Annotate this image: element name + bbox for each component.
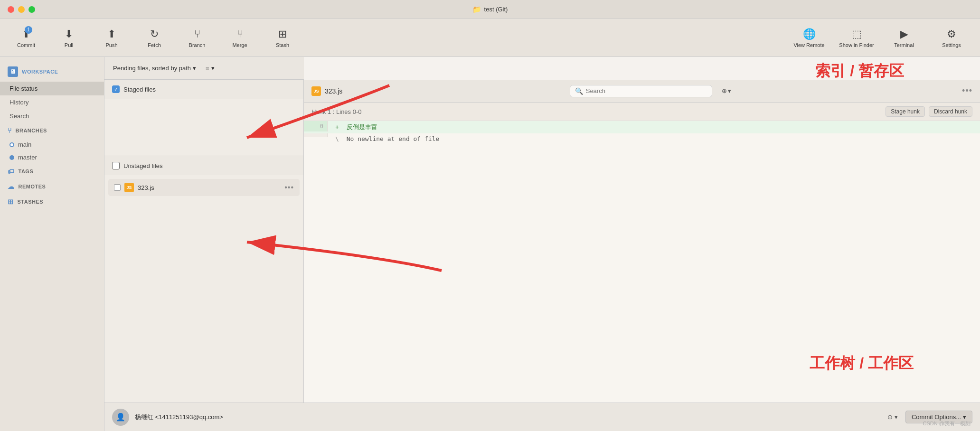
hunk-label: Hunk 1 : Lines 0-0 bbox=[311, 108, 362, 115]
file-panel-header: Pending files, sorted by path ▾ ≡ ▾ bbox=[104, 57, 304, 80]
branch-dot-master bbox=[9, 155, 14, 160]
commit-icon: ⬆ 1 bbox=[22, 28, 30, 40]
branch-label: Branch bbox=[189, 42, 206, 48]
stashes-icon: ⊞ bbox=[8, 198, 14, 206]
filter-dropdown[interactable]: Pending files, sorted by path ▾ bbox=[110, 63, 199, 74]
push-icon: ⬆ bbox=[107, 28, 116, 40]
file-checkbox-323js[interactable] bbox=[114, 184, 121, 191]
merge-button[interactable]: ⑂ Merge bbox=[218, 21, 261, 55]
more-options-button[interactable]: ⊕ ▾ bbox=[718, 85, 735, 96]
diff-line-neutral: \ No newline at end of file bbox=[304, 133, 980, 144]
chevron-down-icon-5: ▾ bbox=[963, 413, 966, 421]
tags-section: 🏷 TAGS bbox=[0, 164, 104, 179]
more-icon: ⊕ bbox=[722, 87, 727, 94]
maximize-button[interactable] bbox=[28, 6, 35, 13]
push-label: Push bbox=[105, 42, 117, 48]
stashes-section: ⊞ STASHES bbox=[0, 194, 104, 209]
search-icon: 🔍 bbox=[575, 87, 583, 95]
minimize-button[interactable] bbox=[18, 6, 25, 13]
file-row-323js[interactable]: JS 323.js ••• bbox=[108, 179, 300, 196]
filter-label: Pending files, sorted by path bbox=[113, 65, 191, 72]
folder-icon: 📁 bbox=[472, 5, 481, 14]
sidebar-item-history[interactable]: History bbox=[0, 95, 104, 109]
history-label: History bbox=[9, 99, 28, 106]
staged-section: ✓ Staged files bbox=[104, 80, 303, 156]
merge-icon: ⑂ bbox=[237, 28, 243, 40]
workspace-icon: 🖥 bbox=[8, 66, 18, 77]
diff-neutral-content: \ No newline at end of file bbox=[328, 133, 980, 144]
unstaged-content: JS 323.js ••• bbox=[104, 175, 303, 200]
unstaged-files-label: Unstaged files bbox=[123, 162, 162, 169]
diff-js-icon: JS bbox=[311, 86, 321, 96]
sidebar: 🖥 WORKSPACE File status History Search ⑂… bbox=[0, 57, 104, 431]
terminal-button[interactable]: ▶ Terminal bbox=[880, 21, 928, 55]
sidebar-item-file-status[interactable]: File status bbox=[0, 82, 104, 95]
diff-filename: 323.js bbox=[325, 87, 342, 95]
staged-header: ✓ Staged files bbox=[104, 80, 303, 99]
diff-header-right: 🔍 ⊕ ▾ bbox=[570, 85, 735, 97]
diff-content: 0 + 反倒是丰富 \ No newline at end of file bbox=[304, 121, 980, 403]
no-newline-text: No newline at end of file bbox=[347, 135, 440, 142]
settings-button[interactable]: ⚙ Settings bbox=[928, 21, 975, 55]
sidebar-branch-master[interactable]: master bbox=[0, 151, 104, 164]
content-area: Pending files, sorted by path ▾ ≡ ▾ ✓ St… bbox=[104, 57, 980, 431]
commit-label: Commit bbox=[17, 42, 35, 48]
branch-button[interactable]: ⑂ Branch bbox=[176, 21, 218, 55]
sort-dropdown[interactable]: ≡ ▾ bbox=[203, 63, 217, 74]
backslash-symbol: \ bbox=[335, 135, 339, 142]
workspace-section: 🖥 WORKSPACE bbox=[0, 62, 104, 82]
tags-label: TAGS bbox=[19, 169, 34, 174]
toolbar: ⬆ 1 Commit ⬇ Pull ⬆ Push ↻ Fetch ⑂ Branc… bbox=[0, 19, 980, 57]
add-symbol: + bbox=[335, 123, 339, 131]
show-in-finder-button[interactable]: ⬚ Show in Finder bbox=[833, 21, 880, 55]
stash-button[interactable]: ⊞ Stash bbox=[261, 21, 304, 55]
add-text: 反倒是丰富 bbox=[347, 123, 377, 131]
window-controls[interactable] bbox=[8, 6, 35, 13]
view-remote-icon: 🌐 bbox=[803, 28, 816, 40]
hunk-actions: Stage hunk Discard hunk bbox=[886, 106, 972, 117]
panels: ✓ Staged files Unstaged files JS 3 bbox=[104, 80, 980, 403]
diff-file-info: JS 323.js bbox=[311, 86, 342, 96]
show-in-finder-label: Show in Finder bbox=[839, 42, 874, 48]
discard-hunk-button[interactable]: Discard hunk bbox=[929, 106, 972, 117]
branch-icon: ⑂ bbox=[194, 28, 200, 40]
pull-button[interactable]: ⬇ Pull bbox=[47, 21, 90, 55]
chevron-down-icon-3: ▾ bbox=[728, 87, 731, 94]
chevron-down-icon-2: ▾ bbox=[211, 65, 215, 72]
remotes-section: ☁ REMOTES bbox=[0, 179, 104, 194]
push-button[interactable]: ⬆ Push bbox=[90, 21, 133, 55]
file-status-label: File status bbox=[9, 85, 38, 92]
hunk-header: Hunk 1 : Lines 0-0 Stage hunk Discard hu… bbox=[304, 103, 980, 121]
line-number: 0 bbox=[304, 121, 328, 131]
window-title: 📁 test (Git) bbox=[472, 5, 508, 14]
js-file-icon: JS bbox=[124, 183, 134, 192]
branches-icon: ⑂ bbox=[8, 127, 12, 134]
avatar: 👤 bbox=[112, 409, 129, 426]
sidebar-branch-main[interactable]: main bbox=[0, 138, 104, 151]
file-dots[interactable]: ••• bbox=[284, 183, 294, 192]
commit-time-button[interactable]: ⊙ ▾ bbox=[884, 412, 902, 422]
search-input[interactable] bbox=[586, 87, 707, 94]
search-bar[interactable]: 🔍 bbox=[570, 85, 712, 97]
stage-hunk-button[interactable]: Stage hunk bbox=[886, 106, 925, 117]
search-sidebar-label: Search bbox=[9, 112, 29, 120]
tags-icon: 🏷 bbox=[8, 168, 15, 175]
diff-add-content: + 反倒是丰富 bbox=[328, 121, 980, 133]
close-button[interactable] bbox=[8, 6, 14, 13]
diff-dots[interactable]: ••• bbox=[962, 86, 972, 96]
main-layout: 🖥 WORKSPACE File status History Search ⑂… bbox=[0, 57, 980, 431]
terminal-label: Terminal bbox=[894, 42, 914, 48]
remotes-label: REMOTES bbox=[19, 184, 46, 189]
list-icon: ≡ bbox=[206, 65, 209, 72]
fetch-button[interactable]: ↻ Fetch bbox=[133, 21, 176, 55]
chevron-down-icon: ▾ bbox=[193, 65, 196, 72]
staged-checkbox[interactable]: ✓ bbox=[112, 85, 120, 93]
branch-main-label: main bbox=[18, 141, 31, 148]
unstaged-checkbox[interactable] bbox=[112, 162, 120, 169]
commit-bar: 👤 杨继红 <1411251193@qq.com> ⊙ ▾ Commit Opt… bbox=[104, 403, 980, 431]
view-remote-button[interactable]: 🌐 View Remote bbox=[785, 21, 833, 55]
sidebar-item-search[interactable]: Search bbox=[0, 109, 104, 123]
stash-icon: ⊞ bbox=[278, 28, 287, 40]
titlebar: 📁 test (Git) bbox=[0, 0, 980, 19]
commit-button[interactable]: ⬆ 1 Commit bbox=[5, 21, 47, 55]
